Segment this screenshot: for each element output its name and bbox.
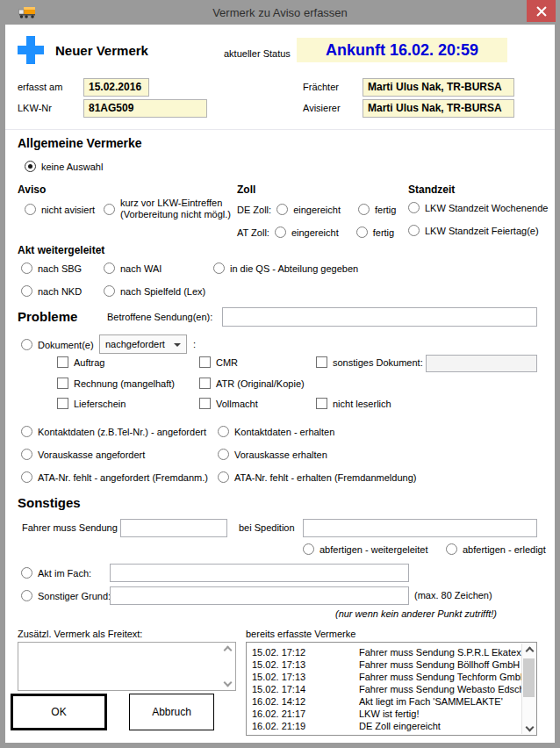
radio-at-fertig[interactable]	[356, 227, 368, 238]
radio-dokumente[interactable]: Dokument(e)	[21, 339, 94, 350]
checkbox-lieferschein[interactable]: Lieferschein	[57, 398, 126, 409]
radio-de-fertig[interactable]	[358, 204, 370, 215]
checkbox-label: CMR	[216, 357, 238, 368]
radio-icon	[213, 263, 225, 274]
vermerke-list[interactable]: 15.02. 17:12Fahrer muss Sendung S.P.R.L …	[246, 642, 537, 736]
dokumente-colon: :	[193, 334, 196, 354]
radio-standzeit-feiertag[interactable]: LKW Standzeit Feiertag(e)	[408, 225, 539, 236]
radio-icon	[408, 202, 420, 213]
ok-button-label: OK	[51, 706, 66, 718]
radio-vorauskasse-erhalten[interactable]: Vorauskasse erhalten	[218, 449, 327, 460]
list-item[interactable]: 15.02. 17:14Fahrer muss Sendung Webasto …	[252, 683, 521, 695]
checkbox-label: nicht leserlich	[333, 399, 391, 409]
radio-nicht-avisiert[interactable]: nicht avisiert	[25, 204, 95, 215]
radio-akt-im-fach[interactable]: Akt im Fach:	[21, 567, 91, 579]
abbruch-button[interactable]: Abbruch	[129, 694, 214, 730]
radio-label: nach WAI	[120, 263, 162, 274]
radio-label: nicht avisiert	[41, 205, 95, 215]
de-zoll-label: DE Zoll:	[237, 205, 271, 215]
freitext-scrollbar[interactable]	[221, 644, 233, 688]
checkbox-vollmacht[interactable]: Vollmacht	[199, 398, 258, 409]
radio-label: eingereicht	[291, 227, 339, 238]
scrollbar-down-button[interactable]	[522, 720, 536, 734]
betroffene-label: Betroffene Sendung(en):	[107, 307, 212, 327]
section-probleme-heading: Probleme	[18, 309, 77, 324]
checkbox-label: sonstiges Dokument:	[333, 357, 423, 368]
ok-button[interactable]: OK	[11, 694, 107, 730]
radio-icon	[303, 543, 314, 555]
radio-kontaktdaten-angefordert[interactable]: Kontaktdaten (z.B.Tel-Nr.) - angefordert	[21, 426, 206, 437]
list-scrollbar[interactable]	[521, 644, 535, 734]
radio-qs-abteilung[interactable]: in die QS - Abteilung gegeben	[213, 263, 358, 274]
aviso-heading: Aviso	[18, 183, 46, 196]
plus-icon	[18, 36, 44, 64]
freitext-textarea[interactable]	[18, 643, 219, 690]
list-item[interactable]: 16.02. 14:12Akt liegt im Fach 'SAMMELAKT…	[252, 695, 521, 708]
fraechter-label: Frächter	[303, 78, 339, 97]
radio-vorauskasse-angefordert[interactable]: Vorauskasse angefordert	[21, 449, 145, 460]
radio-kontaktdaten-erhalten[interactable]: Kontaktdaten - erhalten	[218, 426, 334, 437]
at-zoll-row: AT Zoll: eingereicht fertig	[237, 227, 394, 238]
radio-kurz-vor-eintreffen[interactable]: kurz vor LKW-Eintreffen (Vorbereitung ni…	[104, 198, 231, 220]
radio-label: abfertigen - weitergeleitet	[319, 544, 428, 555]
radio-abfertigen-weitergeleitet[interactable]: abfertigen - weitergeleitet	[303, 543, 428, 555]
radio-nach-wai[interactable]: nach WAI	[104, 263, 162, 274]
radio-standzeit-wochenende[interactable]: LKW Standzeit Wochenende	[408, 202, 548, 213]
scrollbar-up-button[interactable]	[522, 644, 536, 658]
betroffene-input[interactable]	[222, 307, 537, 327]
radio-sonstiger-grund[interactable]: Sonstiger Grund:	[21, 590, 111, 601]
radio-icon	[104, 285, 115, 297]
chevron-down-icon	[174, 343, 181, 347]
list-item[interactable]: 16.02. 21:19DE Zoll eingereicht	[252, 720, 521, 732]
dokumente-dropdown[interactable]: nachgefordert	[99, 334, 187, 354]
spedition-input[interactable]	[303, 519, 537, 537]
akt-im-fach-input[interactable]	[110, 564, 409, 582]
radio-label: Dokument(e)	[38, 340, 94, 350]
checkbox-sonstiges-dokument[interactable]: sonstiges Dokument:	[316, 356, 423, 368]
radio-ata-angefordert[interactable]: ATA-Nr. fehlt - angefordert (Fremdanm.)	[21, 471, 208, 483]
radio-label: Akt im Fach:	[38, 568, 91, 579]
radio-nach-nkd[interactable]: nach NKD	[21, 285, 82, 297]
list-item[interactable]: 15.02. 17:13Fahrer muss Sendung Böllhoff…	[252, 658, 521, 671]
vermerke-rows: 15.02. 17:12Fahrer muss Sendung S.P.R.L …	[247, 643, 521, 735]
status-label: aktueller Status	[224, 48, 291, 59]
radio-nach-spielfeld[interactable]: nach Spielfeld (Lex)	[104, 285, 205, 297]
dropdown-value: nachgefordert	[105, 339, 165, 349]
sonstiges-dokument-input[interactable]	[426, 355, 537, 372]
radio-de-eingereicht[interactable]	[276, 204, 288, 215]
scroll-down-icon	[525, 723, 534, 731]
radio-at-eingereicht[interactable]	[275, 227, 286, 238]
radio-selected-icon	[25, 161, 36, 172]
checkbox-cmr[interactable]: CMR	[199, 356, 238, 368]
radio-nach-sbg[interactable]: nach SBG	[21, 263, 82, 274]
radio-ata-erhalten[interactable]: ATA-Nr. fehlt - erhalten (Fremdanmeldung…	[218, 471, 416, 483]
close-button[interactable]	[527, 0, 556, 22]
fahrer-label: Fahrer muss Sendung	[22, 519, 118, 537]
list-item[interactable]: 16.02. 21:17LKW ist fertig!	[252, 708, 521, 720]
fahrer-sendung-input[interactable]	[120, 519, 227, 537]
radio-label: Sonstiger Grund:	[38, 591, 111, 601]
checkbox-auftrag[interactable]: Auftrag	[57, 356, 104, 368]
de-zoll-row: DE Zoll: eingereicht fertig	[237, 204, 396, 215]
zoll-heading: Zoll	[237, 183, 255, 196]
radio-abfertigen-erledigt[interactable]: abfertigen - erledigt	[446, 543, 546, 555]
freitext-label: Zusätzl. Vermerk als Freitext:	[18, 629, 142, 639]
radio-label: Kontaktdaten (z.B.Tel-Nr.) - angefordert	[38, 427, 206, 437]
radio-icon	[21, 471, 32, 483]
max-zeichen-label: (max. 80 Zeichen)	[414, 586, 492, 605]
radio-icon	[21, 426, 32, 437]
list-item[interactable]: 15.02. 17:13Fahrer muss Sendung Techform…	[252, 671, 521, 683]
list-item[interactable]: 15.02. 17:12Fahrer muss Sendung S.P.R.L …	[252, 646, 521, 658]
dialog-content: Neuer Vermerk aktueller Status Ankunft 1…	[5, 25, 555, 743]
checkbox-nicht-leserlich[interactable]: nicht leserlich	[316, 398, 391, 409]
radio-icon	[21, 285, 32, 297]
checkbox-atr[interactable]: ATR (Original/Kopie)	[199, 378, 305, 389]
freitext-box	[18, 642, 236, 691]
scrollbar-thumb[interactable]	[523, 658, 535, 697]
radio-label: LKW Standzeit Wochenende	[425, 203, 548, 213]
sonstiger-grund-input[interactable]	[110, 586, 409, 605]
radio-label: in die QS - Abteilung gegeben	[230, 263, 358, 274]
checkbox-rechnung[interactable]: Rechnung (mangelhaft)	[57, 378, 175, 389]
radio-label: LKW Standzeit Feiertag(e)	[425, 226, 539, 236]
radio-keine-auswahl[interactable]: keine Auswahl	[25, 161, 103, 172]
